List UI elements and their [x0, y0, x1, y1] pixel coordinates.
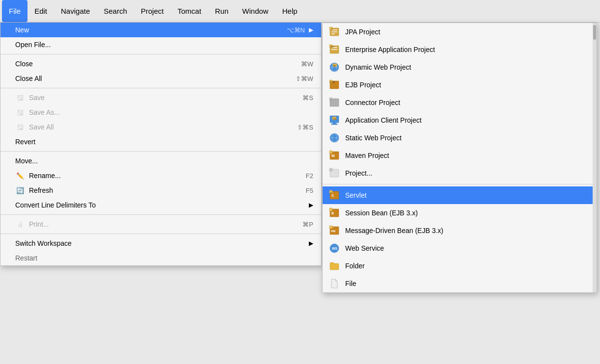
submenu-scrollbar-thumb[interactable] — [593, 25, 596, 40]
menu-item-save-as-label: Save As... — [29, 108, 313, 116]
svg-text:C: C — [330, 98, 332, 101]
submenu-item-file[interactable]: File — [323, 275, 597, 292]
menu-tomcat-label: Tomcat — [177, 7, 201, 15]
submenu-item-servlet[interactable]: S s Servlet — [323, 186, 597, 204]
submenu-separator-1 — [323, 184, 597, 184]
submenu-item-servlet-label: Servlet — [345, 191, 367, 199]
menu-item-move-label: Move... — [15, 157, 313, 165]
svg-text:s: s — [330, 191, 332, 194]
menu-help[interactable]: Help — [275, 0, 304, 22]
menu-item-print-label: Print... — [29, 220, 293, 228]
menu-search-label: Search — [104, 7, 127, 15]
submenu-item-enterprise-app-label: Enterprise Application Project — [345, 46, 435, 53]
menu-item-rename-shortcut: F2 — [296, 172, 313, 180]
connector-project-icon: C — [328, 97, 340, 108]
menu-item-close-all-shortcut: ⇧⌘W — [286, 75, 313, 82]
menu-item-open-file[interactable]: Open File... — [0, 37, 321, 52]
menu-item-print-shortcut: ⌘P — [293, 221, 313, 228]
submenu-item-maven-project-label: Maven Project — [345, 152, 389, 159]
svg-rect-3 — [331, 33, 335, 34]
menu-window[interactable]: Window — [235, 0, 275, 22]
svg-text:S: S — [331, 194, 334, 197]
submenu-item-session-bean-label: Session Bean (EJB 3.x) — [345, 209, 418, 217]
submenu-item-message-bean[interactable]: MB Message-Driven Bean (EJB 3.x) — [323, 222, 597, 239]
menu-navigate[interactable]: Navigate — [54, 0, 97, 22]
svg-rect-8 — [331, 49, 337, 50]
submenu-item-app-client-label: Application Client Project — [345, 116, 422, 124]
submenu-item-static-web[interactable]: Static Web Project — [323, 129, 597, 147]
menu-item-switch-workspace-label: Switch Workspace — [15, 239, 305, 247]
menu-navigate-label: Navigate — [61, 7, 90, 15]
submenu-item-project-label: Project... — [345, 169, 372, 177]
separator-2 — [0, 88, 321, 88]
submenu-item-folder[interactable]: Folder — [323, 257, 597, 275]
menu-project[interactable]: Project — [134, 0, 171, 22]
menu-item-convert[interactable]: Convert Line Delimiters To ▶ — [0, 198, 321, 212]
menu-item-switch-workspace[interactable]: Switch Workspace ▶ — [0, 236, 321, 251]
menu-item-close[interactable]: Close ⌘W — [0, 56, 321, 71]
menu-edit[interactable]: Edit — [27, 0, 54, 22]
refresh-icon: 🔄 — [15, 185, 25, 195]
menu-item-new-shortcut: ⌥⌘N — [277, 26, 305, 34]
menu-tomcat[interactable]: Tomcat — [170, 0, 208, 22]
menu-item-save-all-shortcut: ⇧⌘S — [287, 124, 313, 131]
menu-item-close-all-label: Close All — [15, 75, 286, 82]
maven-project-icon: M — [328, 150, 340, 161]
menu-item-save-label: Save — [29, 94, 293, 102]
menu-project-label: Project — [141, 7, 164, 15]
submenu-item-project[interactable]: Project... — [323, 164, 597, 182]
menu-item-refresh[interactable]: 🔄 Refresh F5 — [0, 183, 321, 198]
separator-3 — [0, 151, 321, 152]
menu-window-label: Window — [242, 7, 268, 15]
servlet-icon: S s — [328, 189, 340, 201]
submenu-item-maven-project[interactable]: M Maven Project — [323, 147, 597, 164]
file-dropdown-menu: New ⌥⌘N ▶ Open File... Close ⌘W Close Al… — [0, 23, 322, 266]
convert-arrow-icon: ▶ — [309, 202, 313, 208]
submenu-item-ejb-project[interactable]: EJB EJB Project — [323, 76, 597, 94]
menu-item-new[interactable]: New ⌥⌘N ▶ — [0, 23, 321, 37]
submenu-item-connector-project[interactable]: C Connector Project — [323, 94, 597, 111]
svg-text:J: J — [331, 27, 332, 30]
svg-rect-32 — [329, 151, 332, 154]
menu-item-close-all[interactable]: Close All ⇧⌘W — [0, 71, 321, 86]
submenu-arrow-icon: ▶ — [309, 26, 313, 33]
svg-text:EA: EA — [330, 46, 334, 48]
submenu-item-message-bean-label: Message-Driven Bean (EJB 3.x) — [345, 227, 443, 234]
save-as-disk-icon: 🖫 — [15, 107, 25, 117]
menubar: File Edit Navigate Search Project Tomcat… — [0, 0, 600, 23]
submenu-item-web-service-label: Web Service — [345, 244, 384, 252]
menu-item-save: 🖫 Save ⌘S — [0, 90, 321, 105]
menu-item-close-label: Close — [15, 60, 291, 68]
submenu-item-jpa-project[interactable]: J JPA Project — [323, 23, 597, 41]
enterprise-app-icon: EA — [328, 44, 340, 55]
menu-item-restart[interactable]: Restart — [0, 251, 321, 265]
menu-run-label: Run — [215, 7, 229, 15]
svg-text:WS: WS — [332, 247, 338, 250]
submenu-item-session-bean[interactable]: B Session Bean (EJB 3.x) — [323, 204, 597, 222]
menu-item-move[interactable]: Move... — [0, 154, 321, 168]
menu-file[interactable]: File — [2, 0, 27, 22]
submenu-item-folder-label: Folder — [345, 262, 365, 270]
menu-item-rename[interactable]: ✏️ Rename... F2 — [0, 168, 321, 183]
svg-rect-24 — [331, 124, 337, 125]
submenu-item-ejb-project-label: EJB Project — [345, 81, 381, 89]
submenu-item-web-service[interactable]: WS Web Service — [323, 239, 597, 257]
ejb-project-icon: EJB — [328, 79, 340, 91]
print-icon: 🖨 — [15, 219, 25, 229]
menu-run[interactable]: Run — [208, 0, 236, 22]
separator-1 — [0, 54, 321, 54]
submenu-item-enterprise-app[interactable]: EA Enterprise Application Project — [323, 41, 597, 58]
svg-rect-44 — [329, 226, 332, 229]
web-service-icon: WS — [328, 242, 340, 254]
menu-item-save-all: 🖫 Save All ⇧⌘S — [0, 120, 321, 134]
menu-search[interactable]: Search — [97, 0, 134, 22]
file-icon — [328, 278, 340, 289]
submenu-item-app-client[interactable]: AC Application Client Project — [323, 111, 597, 129]
menu-item-revert[interactable]: Revert — [0, 134, 321, 149]
menu-file-label: File — [9, 7, 21, 15]
submenu-item-dynamic-web[interactable]: W Dynamic Web Project — [323, 58, 597, 76]
submenu-scrollbar[interactable] — [593, 23, 597, 292]
svg-text:MB: MB — [331, 230, 336, 233]
menu-item-refresh-shortcut: F5 — [296, 187, 313, 194]
static-web-icon — [328, 132, 340, 144]
